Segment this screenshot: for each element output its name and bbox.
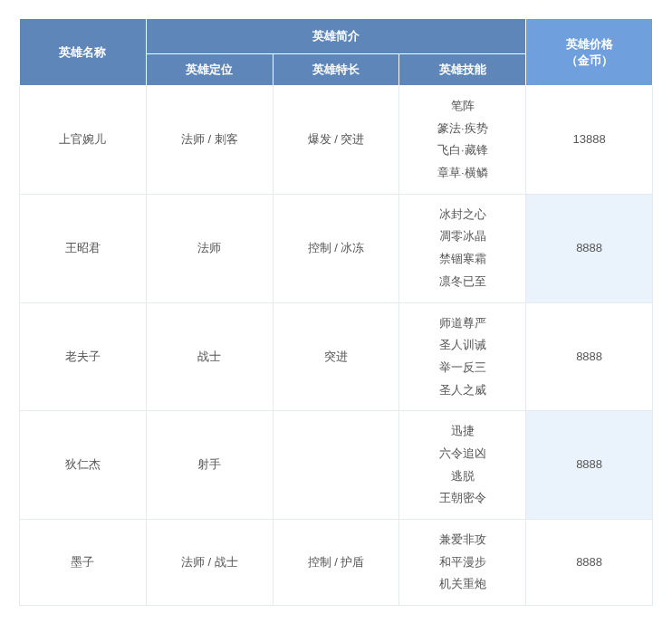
skill-line: 迅捷 xyxy=(405,420,520,443)
skill-line: 逃脱 xyxy=(405,465,520,488)
skill-line: 六令追凶 xyxy=(405,443,520,465)
cell-skills: 冰封之心凋零冰晶禁锢寒霜凛冬已至 xyxy=(399,194,526,302)
cell-role: 法师 xyxy=(146,194,273,302)
cell-price: 8888 xyxy=(526,302,653,411)
cell-name: 狄仁杰 xyxy=(20,411,147,520)
cell-specialty: 爆发 / 突进 xyxy=(273,86,399,195)
table-row: 老夫子战士突进师道尊严圣人训诫举一反三圣人之威8888 xyxy=(20,302,653,411)
cell-specialty xyxy=(273,411,399,520)
table-row: 狄仁杰射手迅捷六令追凶逃脱王朝密令8888 xyxy=(20,411,653,520)
table-body: 上官婉儿法师 / 刺客爆发 / 突进笔阵篆法·疾势飞白·藏锋章草·横鳞13888… xyxy=(20,86,653,606)
cell-role: 法师 / 战士 xyxy=(146,520,273,606)
cell-price: 13888 xyxy=(526,86,653,195)
header-intro: 英雄简介 xyxy=(146,19,525,54)
cell-name: 王昭君 xyxy=(20,194,147,302)
table-row: 墨子法师 / 战士控制 / 护盾兼爱非攻和平漫步机关重炮8888 xyxy=(20,520,653,606)
header-skills: 英雄技能 xyxy=(399,54,526,86)
skill-line: 禁锢寒霜 xyxy=(405,248,520,271)
header-role: 英雄定位 xyxy=(146,54,273,86)
skill-line: 圣人训诫 xyxy=(405,334,520,357)
header-price-label: 英雄价格 xyxy=(566,37,613,51)
cell-price: 8888 xyxy=(526,520,653,606)
skill-line: 凋零冰晶 xyxy=(405,225,520,248)
cell-role: 法师 / 刺客 xyxy=(146,86,273,195)
cell-specialty: 控制 / 冰冻 xyxy=(273,194,399,302)
header-price-unit: （金币） xyxy=(566,53,613,67)
cell-specialty: 突进 xyxy=(273,302,399,411)
hero-table: 英雄名称 英雄简介 英雄价格 （金币） 英雄定位 英雄特长 英雄技能 上官婉儿法… xyxy=(19,18,653,606)
skill-line: 机关重炮 xyxy=(405,573,520,596)
skill-line: 举一反三 xyxy=(405,357,520,379)
skill-line: 篆法·疾势 xyxy=(405,118,520,140)
skill-line: 章草·横鳞 xyxy=(405,162,520,185)
skill-line: 冰封之心 xyxy=(405,204,520,226)
cell-skills: 笔阵篆法·疾势飞白·藏锋章草·横鳞 xyxy=(399,86,526,195)
skill-line: 笔阵 xyxy=(405,95,520,118)
cell-role: 战士 xyxy=(146,302,273,411)
skill-line: 王朝密令 xyxy=(405,487,520,510)
header-price: 英雄价格 （金币） xyxy=(526,19,653,86)
header-specialty: 英雄特长 xyxy=(273,54,399,86)
cell-skills: 师道尊严圣人训诫举一反三圣人之威 xyxy=(399,302,526,411)
skill-line: 兼爱非攻 xyxy=(405,529,520,551)
cell-price: 8888 xyxy=(526,411,653,520)
table-row: 王昭君法师控制 / 冰冻冰封之心凋零冰晶禁锢寒霜凛冬已至8888 xyxy=(20,194,653,302)
cell-skills: 迅捷六令追凶逃脱王朝密令 xyxy=(399,411,526,520)
skill-line: 师道尊严 xyxy=(405,312,520,335)
skill-line: 圣人之威 xyxy=(405,379,520,402)
hero-table-container: 英雄名称 英雄简介 英雄价格 （金币） 英雄定位 英雄特长 英雄技能 上官婉儿法… xyxy=(19,18,653,606)
skill-line: 和平漫步 xyxy=(405,551,520,574)
cell-name: 上官婉儿 xyxy=(20,86,147,195)
table-header: 英雄名称 英雄简介 英雄价格 （金币） 英雄定位 英雄特长 英雄技能 xyxy=(20,19,653,86)
cell-name: 墨子 xyxy=(20,520,147,606)
cell-role: 射手 xyxy=(146,411,273,520)
cell-name: 老夫子 xyxy=(20,302,147,411)
cell-specialty: 控制 / 护盾 xyxy=(273,520,399,606)
table-row: 上官婉儿法师 / 刺客爆发 / 突进笔阵篆法·疾势飞白·藏锋章草·横鳞13888 xyxy=(20,86,653,195)
cell-price: 8888 xyxy=(526,194,653,302)
header-name: 英雄名称 xyxy=(20,19,147,86)
cell-skills: 兼爱非攻和平漫步机关重炮 xyxy=(399,520,526,606)
skill-line: 凛冬已至 xyxy=(405,271,520,293)
skill-line: 飞白·藏锋 xyxy=(405,139,520,162)
